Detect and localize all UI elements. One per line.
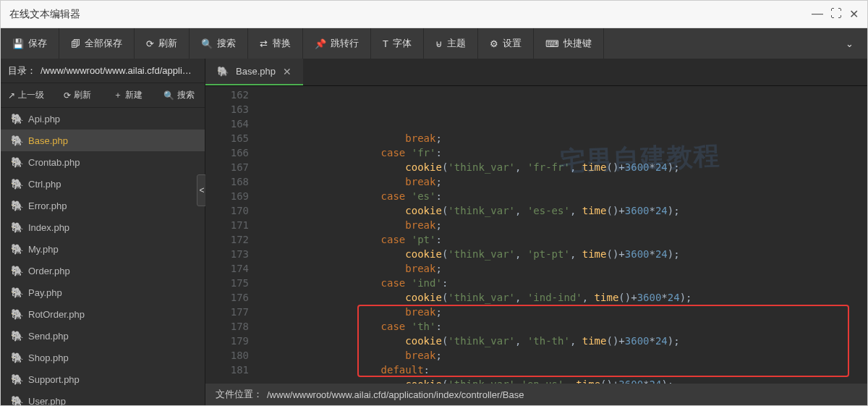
maximize-icon[interactable]: ⛶ <box>830 7 842 21</box>
file-name: Pay.php <box>28 287 62 298</box>
refresh-button[interactable]: ⟳刷新 <box>135 28 190 59</box>
file-name: My.php <box>28 244 59 255</box>
php-file-icon: 🐘 <box>11 178 22 190</box>
file-item[interactable]: 🐘User.php <box>1 390 205 405</box>
save-all-icon: 🗐 <box>71 38 80 49</box>
php-file-icon: 🐘 <box>11 113 22 124</box>
file-name: Error.php <box>28 200 67 211</box>
sidebar-tools: ↗上一级 ⟳刷新 ＋新建 🔍搜索 <box>1 83 205 108</box>
php-file-icon: 🐘 <box>11 287 22 298</box>
php-file-icon: 🐘 <box>11 395 22 405</box>
up-level-button[interactable]: ↗上一级 <box>1 83 52 107</box>
refresh-icon: ⟳ <box>146 38 154 49</box>
file-item[interactable]: 🐘Order.php <box>1 260 205 282</box>
file-item[interactable]: 🐘Send.php <box>1 325 205 347</box>
minimize-icon[interactable]: — <box>812 7 823 21</box>
more-button[interactable]: ⌄ <box>831 28 867 59</box>
directory-value: /www/wwwroot/www.ailai.cfd/appli… <box>41 65 192 76</box>
php-file-icon: 🐘 <box>11 373 22 385</box>
file-name: Api.php <box>28 114 60 124</box>
php-file-icon: 🐘 <box>11 352 22 363</box>
php-file-icon: 🐘 <box>217 66 229 77</box>
status-path: /www/wwwroot/www.ailai.cfd/application/i… <box>267 389 524 400</box>
sidebar-search-button[interactable]: 🔍搜索 <box>154 83 205 107</box>
search-icon: 🔍 <box>201 38 213 49</box>
line-gutter: 1621631641651661671681691701711721731741… <box>205 86 256 384</box>
settings-button[interactable]: ⚙设置 <box>478 28 534 59</box>
php-file-icon: 🐘 <box>11 200 22 211</box>
directory-label: 目录： <box>8 64 36 77</box>
file-name: Order.php <box>28 266 70 276</box>
file-name: Index.php <box>28 222 69 233</box>
status-label: 文件位置： <box>216 388 263 401</box>
code-area[interactable]: 宅男自建教程 break; case 'fr': cookie('think_v… <box>256 86 867 384</box>
file-item[interactable]: 🐘Pay.php <box>1 282 205 303</box>
save-icon: 💾 <box>12 38 24 49</box>
plus-icon: ＋ <box>114 89 122 101</box>
window-title: 在线文本编辑器 <box>9 8 812 21</box>
file-name: User.php <box>28 396 66 406</box>
file-item[interactable]: 🐘Ctrl.php <box>1 173 205 195</box>
chevron-down-icon: ⌄ <box>846 38 854 49</box>
sidebar-refresh-button[interactable]: ⟳刷新 <box>52 83 103 107</box>
tab-base-php[interactable]: 🐘 Base.php ✕ <box>205 59 303 85</box>
close-tab-icon[interactable]: ✕ <box>283 66 292 77</box>
file-name: Send.php <box>28 331 69 342</box>
file-item[interactable]: 🐘My.php <box>1 238 205 260</box>
status-bar: 文件位置： /www/wwwroot/www.ailai.cfd/applica… <box>205 384 867 405</box>
file-name: Base.php <box>28 135 68 146</box>
pin-icon: 📌 <box>315 38 326 49</box>
magnet-icon: ⊌ <box>435 38 443 49</box>
share-icon: ↗ <box>8 90 15 101</box>
refresh-icon: ⟳ <box>64 90 71 101</box>
tab-label: Base.php <box>236 66 276 77</box>
php-file-icon: 🐘 <box>11 330 22 342</box>
php-file-icon: 🐘 <box>11 221 22 233</box>
file-name: Support.php <box>28 374 80 385</box>
keyboard-icon: ⌨ <box>545 38 559 49</box>
php-file-icon: 🐘 <box>11 265 22 276</box>
replace-icon: ⇄ <box>260 38 268 49</box>
sidebar: 目录： /www/wwwroot/www.ailai.cfd/appli… ↗上… <box>1 59 205 405</box>
php-file-icon: 🐘 <box>11 156 22 168</box>
font-icon: T <box>383 38 388 49</box>
search-button[interactable]: 🔍搜索 <box>190 28 248 59</box>
php-file-icon: 🐘 <box>11 243 22 255</box>
search-icon: 🔍 <box>163 90 174 101</box>
titlebar: 在线文本编辑器 — ⛶ ✕ <box>1 1 867 28</box>
file-item[interactable]: 🐘Error.php <box>1 195 205 216</box>
file-item[interactable]: 🐘Base.php <box>1 130 205 151</box>
file-name: Crontab.php <box>28 157 80 168</box>
file-list: 🐘Api.php🐘Base.php🐘Crontab.php🐘Ctrl.php🐘E… <box>1 108 205 405</box>
save-button[interactable]: 💾保存 <box>1 28 59 59</box>
tab-bar: 🐘 Base.php ✕ <box>205 59 867 86</box>
shortcuts-button[interactable]: ⌨快捷键 <box>534 28 604 59</box>
gear-icon: ⚙ <box>490 38 498 49</box>
editor-main: < 🐘 Base.php ✕ 1621631641651661671681691… <box>205 59 867 405</box>
php-file-icon: 🐘 <box>11 135 22 146</box>
close-icon[interactable]: ✕ <box>849 7 859 21</box>
goto-line-button[interactable]: 📌跳转行 <box>303 28 371 59</box>
new-file-button[interactable]: ＋新建 <box>103 83 154 107</box>
font-button[interactable]: T字体 <box>371 28 424 59</box>
directory-path: 目录： /www/wwwroot/www.ailai.cfd/appli… <box>1 59 205 83</box>
file-name: Shop.php <box>28 352 69 363</box>
file-name: Ctrl.php <box>28 179 61 190</box>
file-item[interactable]: 🐘RotOrder.php <box>1 303 205 325</box>
code-editor[interactable]: 1621631641651661671681691701711721731741… <box>205 86 867 384</box>
file-name: RotOrder.php <box>28 309 85 320</box>
php-file-icon: 🐘 <box>11 308 22 320</box>
toolbar: 💾保存 🗐全部保存 ⟳刷新 🔍搜索 ⇄替换 📌跳转行 T字体 ⊌主题 ⚙设置 ⌨… <box>1 28 867 59</box>
replace-button[interactable]: ⇄替换 <box>248 28 303 59</box>
theme-button[interactable]: ⊌主题 <box>424 28 478 59</box>
file-item[interactable]: 🐘Api.php <box>1 108 205 130</box>
file-item[interactable]: 🐘Crontab.php <box>1 151 205 173</box>
file-item[interactable]: 🐘Shop.php <box>1 347 205 368</box>
save-all-button[interactable]: 🗐全部保存 <box>59 28 135 59</box>
file-item[interactable]: 🐘Index.php <box>1 216 205 238</box>
file-item[interactable]: 🐘Support.php <box>1 368 205 390</box>
